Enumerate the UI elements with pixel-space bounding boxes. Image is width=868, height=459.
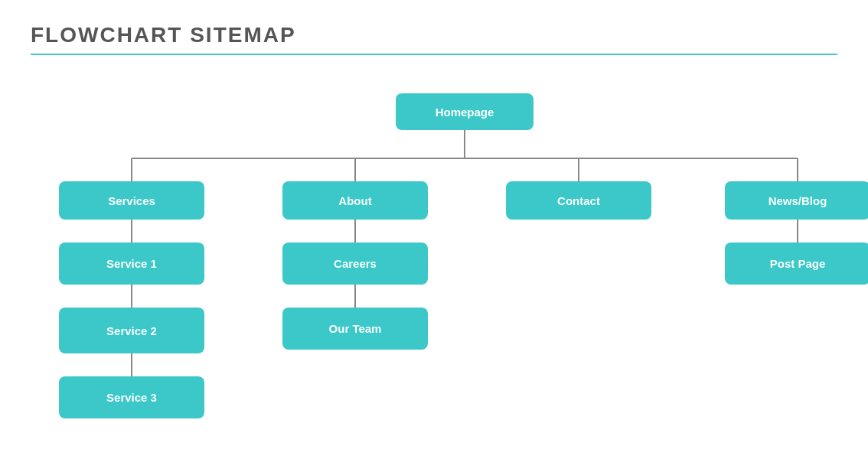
divider xyxy=(31,54,837,55)
node-postpage[interactable]: Post Page xyxy=(725,243,868,285)
node-service2[interactable]: Service 2 xyxy=(59,308,204,353)
chart-area: Homepage Services About Contact News/Blo… xyxy=(31,78,837,445)
node-ourteam[interactable]: Our Team xyxy=(282,308,428,350)
node-contact[interactable]: Contact xyxy=(506,181,651,220)
node-service3[interactable]: Service 3 xyxy=(59,376,204,418)
node-homepage[interactable]: Homepage xyxy=(396,93,534,130)
node-service1[interactable]: Service 1 xyxy=(59,243,204,285)
node-services[interactable]: Services xyxy=(59,181,204,220)
node-about[interactable]: About xyxy=(282,181,428,220)
page: FLOWCHART SITEMAP xyxy=(0,0,868,459)
page-title: FLOWCHART SITEMAP xyxy=(31,23,837,47)
node-newsblog[interactable]: News/Blog xyxy=(725,181,868,220)
node-careers[interactable]: Careers xyxy=(282,243,428,285)
